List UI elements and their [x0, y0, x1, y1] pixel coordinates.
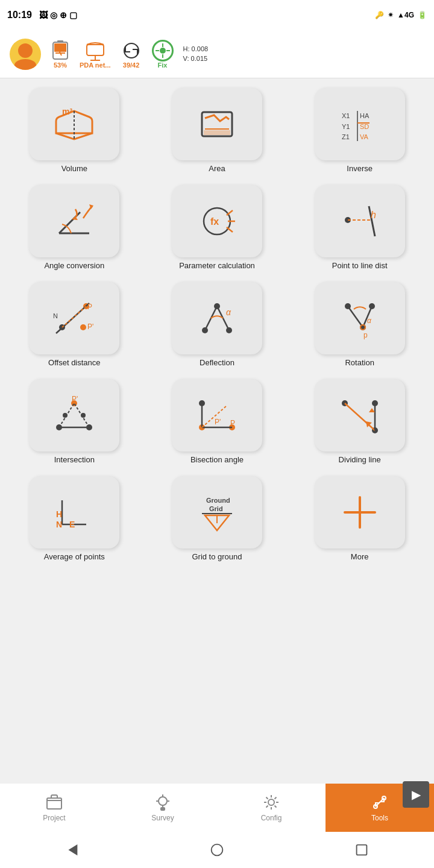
svg-point-98	[268, 799, 274, 805]
tool-icon-more	[315, 476, 405, 549]
svg-marker-101	[68, 844, 77, 856]
tool-item-bisection_angle[interactable]: P' P Bisection angle	[149, 379, 286, 465]
tool-label-grid_to_ground: Grid to ground	[192, 552, 242, 562]
status-bluetooth-icon: ✴	[388, 11, 394, 19]
tool-item-offset_distance[interactable]: N P P' Offset distance	[6, 282, 143, 368]
svg-text:Y1: Y1	[342, 123, 350, 130]
status-battery-icon: 🔋	[418, 11, 427, 19]
svg-text:m³: m³	[62, 107, 72, 116]
tool-item-more[interactable]: More	[291, 476, 428, 562]
tool-icon-inverse: X1 HA Y1 SD Z1 VA	[315, 88, 405, 160]
tool-item-intersection[interactable]: P' Intersection	[6, 379, 143, 465]
svg-text:Ground: Ground	[206, 497, 230, 504]
svg-point-102	[212, 844, 223, 856]
svg-text:Grid: Grid	[209, 505, 223, 512]
main-content: m³ Volume Area X1 HA Y1 SD Z1 VA Inverse	[0, 78, 434, 784]
status-gps-icon: ⊕	[60, 10, 67, 20]
tool-icon-bisection_angle: P' P	[172, 379, 262, 451]
tool-icon-area	[172, 88, 262, 160]
status-wifi-icon: ◎	[50, 10, 57, 20]
tool-label-average_of_points: Average of points	[44, 552, 105, 562]
tool-icon-grid_to_ground: Ground Grid	[172, 476, 262, 549]
svg-rect-19	[204, 130, 230, 135]
svg-point-0	[18, 43, 33, 58]
status-right: 🔑 ✴ ▲4G 🔋	[375, 11, 427, 19]
tool-label-inverse: Inverse	[347, 164, 373, 174]
nav-project-label: Project	[43, 814, 65, 822]
svg-text:h: h	[371, 210, 376, 220]
tool-label-dividing_line: Dividing line	[339, 455, 381, 465]
tool-label-point_to_line_dist: Point to line dist	[332, 261, 388, 271]
header-bar: 53% PDA net... 39/42	[0, 30, 434, 78]
tool-item-area[interactable]: Area	[149, 88, 286, 174]
svg-rect-7	[87, 45, 104, 55]
status-time: 10:19	[7, 10, 32, 20]
tool-label-volume: Volume	[61, 164, 87, 174]
svg-rect-4	[54, 43, 66, 52]
nav-config[interactable]: Config	[217, 784, 326, 832]
svg-line-62	[59, 403, 74, 427]
svg-rect-91	[47, 798, 61, 809]
tool-item-inverse[interactable]: X1 HA Y1 SD Z1 VA Inverse	[291, 88, 428, 174]
tool-label-more: More	[351, 552, 369, 562]
tool-icon-intersection: P'	[29, 379, 119, 451]
tool-icon-point_to_line_dist: h	[315, 185, 405, 257]
tool-item-deflection[interactable]: α Deflection	[149, 282, 286, 368]
tool-label-bisection_angle: Bisection angle	[190, 455, 244, 465]
status-left: 10:19 🖼 ◎ ⊕ ▢	[7, 10, 77, 20]
svg-text:P': P'	[215, 418, 221, 426]
tool-item-volume[interactable]: m³ Volume	[6, 88, 143, 174]
nav-project[interactable]: Project	[0, 784, 108, 832]
network-indicator: PDA net...	[80, 40, 111, 69]
gps-status: Fix	[152, 40, 174, 69]
home-button[interactable]	[205, 838, 229, 862]
tool-item-parameter_calculation[interactable]: fx Parameter calculation	[149, 185, 286, 271]
tool-item-average_of_points[interactable]: H N E Average of points	[6, 476, 143, 562]
tool-label-angle_conversion: Angle conversion	[44, 261, 104, 271]
network-label: PDA net...	[80, 61, 111, 69]
svg-text:α: α	[226, 307, 231, 317]
nav-survey-label: Survey	[151, 814, 174, 822]
play-button[interactable]: ▶	[403, 781, 429, 808]
status-bar: 10:19 🖼 ◎ ⊕ ▢ 🔑 ✴ ▲4G 🔋	[0, 0, 434, 30]
bottom-nav: Project Survey Config Tools	[0, 784, 434, 832]
svg-text:p: p	[363, 331, 368, 339]
tool-item-grid_to_ground[interactable]: Ground Grid Grid to ground	[149, 476, 286, 562]
svg-text:P': P'	[72, 395, 78, 403]
tool-icon-deflection: α	[172, 282, 262, 354]
tool-item-point_to_line_dist[interactable]: h Point to line dist	[291, 185, 428, 271]
tool-label-deflection: Deflection	[200, 358, 234, 368]
svg-text:α: α	[367, 316, 372, 325]
h-value: H: 0.008	[183, 45, 209, 54]
tool-icon-rotation: α p	[315, 282, 405, 354]
tool-icon-dividing_line	[315, 379, 405, 451]
svg-line-52	[348, 306, 363, 327]
svg-point-10	[124, 43, 139, 58]
svg-text:P: P	[230, 419, 235, 427]
battery-indicator: 53%	[51, 40, 70, 69]
svg-text:P: P	[87, 303, 92, 311]
svg-text:H: H	[56, 509, 62, 519]
svg-text:SD: SD	[360, 123, 369, 130]
recents-button[interactable]	[350, 838, 374, 862]
tool-item-dividing_line[interactable]: Dividing line	[291, 379, 428, 465]
tools-grid: m³ Volume Area X1 HA Y1 SD Z1 VA Inverse	[6, 88, 428, 562]
svg-rect-103	[357, 845, 367, 855]
tool-item-rotation[interactable]: α p Rotation	[291, 282, 428, 368]
nav-survey[interactable]: Survey	[108, 784, 217, 832]
avatar	[10, 39, 41, 70]
status-screen-icon: ▢	[69, 10, 77, 20]
tool-label-intersection: Intersection	[54, 455, 95, 465]
tool-icon-volume: m³	[29, 88, 119, 160]
back-button[interactable]	[60, 838, 84, 862]
svg-line-63	[74, 403, 89, 427]
svg-point-37	[80, 324, 86, 330]
svg-rect-97	[161, 808, 165, 810]
sync-label: 39/42	[123, 61, 140, 69]
tool-icon-parameter_calculation: fx	[172, 185, 262, 257]
svg-line-71	[202, 406, 226, 427]
tool-item-angle_conversion[interactable]: Angle conversion	[6, 185, 143, 271]
gps-circle	[152, 40, 174, 61]
svg-text:N: N	[53, 312, 58, 319]
v-value: V: 0.015	[183, 54, 209, 63]
